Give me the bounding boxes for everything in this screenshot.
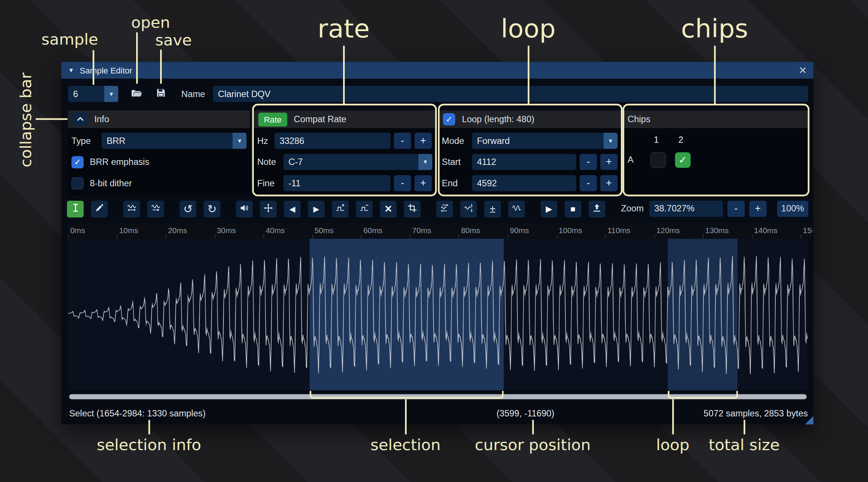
total-size-text: 5072 samples, 2853 bytes — [703, 409, 808, 419]
zoom-controls: Zoom 38.7027% - + 100% — [621, 200, 808, 217]
edit-draw-button[interactable] — [91, 201, 108, 217]
fade-in-button[interactable]: ◀ — [284, 201, 301, 217]
insert-silence-button[interactable] — [332, 201, 349, 217]
amplify-button[interactable] — [236, 201, 253, 217]
annotation-rate-line — [343, 46, 345, 104]
save-button[interactable] — [153, 86, 169, 102]
resize-grip[interactable] — [805, 416, 813, 424]
zoom-label: Zoom — [621, 204, 644, 214]
titlebar[interactable]: ▼ Sample Editor × — [61, 62, 814, 79]
chevron-down-icon: ▼ — [232, 133, 246, 149]
wave-reverse-icon — [440, 203, 449, 214]
ruler-tick-label: 0ms — [70, 226, 85, 235]
ruler-tick-label: 110ms — [607, 226, 630, 235]
sample-toolbar: ↺↻◀▶×±▶■ — [67, 200, 613, 217]
selection-info-text: Select (1654-2984: 1330 samples) — [69, 409, 205, 419]
undo-icon: ↺ — [183, 203, 193, 214]
info-section-title: Info — [94, 114, 109, 124]
redo-button[interactable]: ↻ — [204, 201, 220, 217]
dither-checkbox[interactable] — [71, 177, 84, 189]
annotation-selection-line — [405, 399, 406, 434]
brr-emphasis-label: BRR emphasis — [90, 157, 150, 167]
ruler-tick-label: 70ms — [412, 226, 431, 235]
dither-label: 8-bit dither — [90, 178, 132, 188]
trim-button[interactable] — [404, 201, 421, 217]
dither-row: 8-bit dither — [71, 175, 246, 191]
annotation-loop-marker-line — [672, 399, 674, 434]
brr-emphasis-checkbox[interactable] — [71, 156, 84, 168]
annotation-cursor-position-line — [532, 420, 534, 434]
wave-invert-icon — [464, 203, 473, 214]
preview-button[interactable]: ▶ — [541, 201, 558, 217]
resample-button[interactable] — [147, 201, 164, 217]
open-button[interactable] — [128, 86, 144, 102]
sample-type-value: BRR — [102, 133, 233, 149]
chevron-up-icon — [76, 114, 85, 124]
redo-icon: ↻ — [207, 203, 217, 214]
type-label: Type — [71, 136, 101, 146]
info-section: Info Type BRR ▼ BRR emphasis 8-bit dithe… — [68, 111, 250, 195]
time-ruler[interactable]: 0ms10ms20ms30ms40ms50ms60ms70ms80ms90ms1… — [68, 223, 813, 239]
undo-button[interactable]: ↺ — [180, 201, 196, 217]
collapse-bar-button[interactable] — [72, 113, 87, 126]
ibeam-icon — [70, 203, 80, 215]
annotation-total-size-line — [744, 420, 745, 434]
ruler-tick-label: 100ms — [559, 226, 582, 235]
reverse-button[interactable] — [436, 201, 453, 217]
resize-button[interactable] — [123, 201, 140, 217]
waveform-view[interactable] — [68, 239, 808, 391]
ruler-tick — [117, 235, 117, 238]
annotation-open-line — [136, 32, 138, 84]
apply-silence-button[interactable] — [356, 201, 373, 217]
wave-resize-icon — [127, 203, 136, 214]
invert-button[interactable] — [460, 201, 477, 217]
ruler-tick — [556, 235, 557, 238]
upload-icon — [592, 203, 601, 214]
window-collapse-icon[interactable]: ▼ — [68, 67, 74, 74]
annotation-rate-box — [252, 104, 436, 196]
annotation-sample-line — [93, 50, 94, 85]
zoom-in-button[interactable]: + — [749, 201, 766, 217]
ruler-tick-label: 40ms — [265, 226, 285, 235]
annotation-loop-box — [438, 104, 622, 196]
ruler-tick-label: 90ms — [510, 226, 529, 235]
ruler-tick — [752, 235, 752, 238]
normalize-button[interactable] — [260, 201, 277, 217]
name-input[interactable]: Clarinet DQV — [213, 86, 808, 102]
annotation-loop-line — [528, 46, 529, 104]
annotation-sample-label: sample — [41, 30, 98, 48]
annotation-chips-label: chips — [681, 13, 748, 43]
close-icon[interactable]: × — [799, 63, 807, 78]
squiggle-icon — [512, 203, 521, 214]
crop-icon — [408, 203, 417, 214]
sign-icon: ± — [490, 204, 496, 214]
zoom-out-button[interactable]: - — [727, 201, 745, 217]
annotation-collapse-bar-label: collapse bar — [16, 72, 35, 167]
brr-emphasis-row: BRR emphasis — [71, 154, 246, 170]
sample-select[interactable]: 6 ▼ — [68, 86, 118, 102]
zoom-input[interactable]: 38.7027% — [649, 201, 723, 217]
folder-open-icon — [131, 88, 142, 100]
ruler-tick — [410, 235, 410, 238]
annotation-save-line — [160, 49, 162, 84]
zoom-reset-button[interactable]: 100% — [777, 201, 808, 217]
ruler-tick — [361, 235, 361, 238]
annotation-selection-info-line — [148, 420, 150, 434]
sample-select-value: 6 — [68, 86, 105, 102]
floppy-save-icon — [156, 88, 166, 100]
sign-button[interactable]: ± — [484, 201, 501, 217]
annotation-loop-label: loop — [501, 13, 556, 43]
delete-icon: × — [385, 203, 392, 215]
make-instrument-button[interactable] — [589, 201, 606, 217]
top-row: 6 ▼ Name Clarinet DQV — [68, 86, 808, 102]
annotation-chips-box — [622, 104, 809, 196]
filter-button[interactable] — [508, 201, 525, 217]
speaker-icon — [240, 203, 249, 214]
delete-button[interactable]: × — [380, 201, 397, 217]
ruler-tick — [214, 235, 215, 238]
fade-out-button[interactable]: ▶ — [308, 201, 325, 217]
sample-type-select[interactable]: BRR ▼ — [102, 133, 247, 149]
edit-select-button[interactable] — [67, 201, 84, 217]
ruler-tick-label: 20ms — [168, 226, 187, 235]
stop-button[interactable]: ■ — [565, 201, 582, 217]
